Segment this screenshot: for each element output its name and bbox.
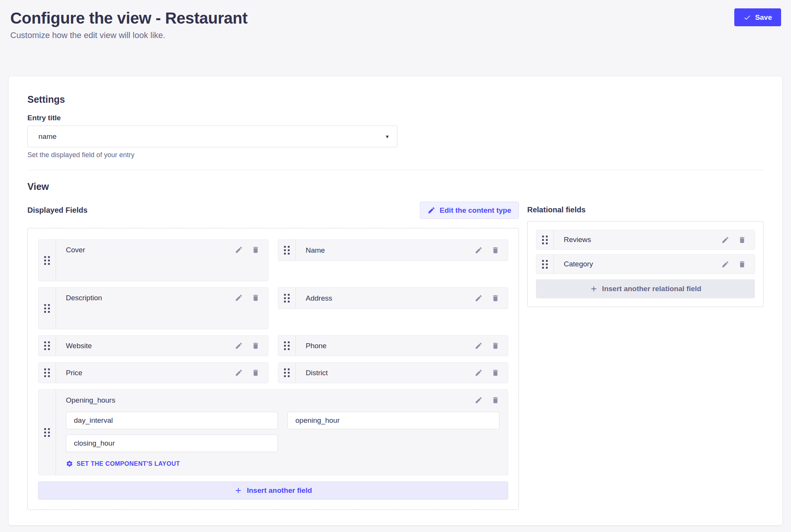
delete-icon[interactable]	[252, 246, 260, 254]
component-subfield[interactable]: closing_hour	[66, 435, 278, 452]
edit-icon[interactable]	[235, 342, 243, 350]
edit-icon[interactable]	[475, 342, 483, 350]
edit-content-type-button[interactable]: Edit the content type	[420, 202, 519, 219]
entry-title-label: Entry title	[27, 113, 764, 123]
field-row[interactable]: Price	[38, 362, 268, 383]
relational-fields-container: Reviews	[527, 221, 764, 307]
delete-icon[interactable]	[252, 342, 260, 350]
relational-field-row[interactable]: Reviews	[536, 230, 755, 250]
configure-view-card: Settings Entry title name ▾ Set the disp…	[9, 76, 782, 525]
component-subfields: day_interval opening_hour closing_hour	[66, 412, 499, 452]
field-row[interactable]: Name	[278, 239, 508, 261]
relational-field-label: Category	[564, 260, 593, 268]
delete-icon[interactable]	[491, 396, 499, 404]
field-row[interactable]: Website	[38, 335, 268, 356]
edit-icon[interactable]	[475, 396, 483, 404]
component-label: Opening_hours	[66, 396, 115, 405]
field-label: Website	[66, 342, 92, 350]
field-label: Cover	[66, 246, 85, 254]
plus-icon	[590, 285, 598, 293]
drag-handle-icon[interactable]	[278, 240, 296, 261]
component-subfield-label: day_interval	[74, 416, 113, 425]
gear-icon	[66, 460, 73, 467]
set-component-layout-label: SET THE COMPONENT'S LAYOUT	[77, 460, 180, 467]
field-row[interactable]: District	[278, 362, 508, 383]
field-label: Description	[66, 294, 102, 302]
field-label: District	[306, 369, 328, 377]
field-label: Address	[306, 294, 332, 303]
drag-handle-icon[interactable]	[278, 363, 296, 383]
section-divider	[27, 170, 764, 170]
drag-handle-icon[interactable]	[38, 390, 56, 475]
check-icon	[743, 14, 751, 21]
field-label: Phone	[306, 342, 327, 350]
insert-another-relational-field-button[interactable]: Insert another relational field	[536, 279, 755, 298]
entry-title-helper: Set the displayed field of your entry	[27, 151, 764, 159]
drag-handle-icon[interactable]	[38, 336, 56, 356]
delete-icon[interactable]	[738, 260, 746, 268]
edit-icon[interactable]	[721, 236, 729, 244]
insert-another-field-button[interactable]: Insert another field	[38, 481, 508, 500]
set-component-layout-link[interactable]: SET THE COMPONENT'S LAYOUT	[66, 460, 180, 467]
edit-icon[interactable]	[235, 369, 243, 377]
field-row[interactable]: Cover	[38, 239, 268, 281]
page-subtitle: Customize how the edit view will look li…	[10, 30, 247, 40]
field-label: Price	[66, 369, 82, 377]
edit-content-type-label: Edit the content type	[440, 206, 511, 215]
field-label: Name	[306, 246, 325, 255]
drag-handle-icon[interactable]	[536, 255, 554, 274]
component-subfield[interactable]: day_interval	[66, 412, 278, 429]
entry-title-value: name	[38, 132, 57, 141]
drag-handle-icon[interactable]	[278, 288, 296, 309]
save-button-label: Save	[755, 13, 772, 22]
page-header: Configure the view - Restaurant Customiz…	[0, 0, 791, 40]
edit-icon[interactable]	[235, 246, 243, 254]
field-row[interactable]: Description	[38, 287, 268, 329]
plus-icon	[234, 486, 242, 495]
page-title: Configure the view - Restaurant	[10, 8, 247, 28]
field-row[interactable]: Address	[278, 287, 508, 309]
edit-icon	[427, 206, 435, 214]
delete-icon[interactable]	[491, 342, 499, 350]
relational-field-label: Reviews	[564, 236, 591, 244]
drag-handle-icon[interactable]	[536, 230, 554, 249]
chevron-down-icon: ▾	[386, 133, 389, 140]
edit-icon[interactable]	[235, 294, 243, 302]
insert-another-relational-field-label: Insert another relational field	[602, 285, 702, 293]
displayed-fields-container: Cover	[27, 228, 519, 510]
drag-handle-icon[interactable]	[38, 288, 56, 329]
relational-fields-label: Relational fields	[527, 205, 585, 214]
delete-icon[interactable]	[491, 369, 499, 377]
save-button[interactable]: Save	[734, 8, 781, 26]
settings-heading: Settings	[27, 94, 764, 105]
insert-another-field-label: Insert another field	[247, 486, 312, 495]
field-row[interactable]: Phone	[278, 335, 508, 356]
delete-icon[interactable]	[738, 236, 746, 244]
delete-icon[interactable]	[252, 369, 260, 377]
drag-handle-icon[interactable]	[38, 363, 56, 383]
view-heading: View	[27, 181, 764, 192]
edit-icon[interactable]	[721, 260, 729, 268]
drag-handle-icon[interactable]	[38, 240, 56, 281]
entry-title-select[interactable]: name ▾	[27, 126, 397, 147]
edit-icon[interactable]	[475, 369, 483, 377]
edit-icon[interactable]	[475, 246, 483, 254]
displayed-fields-label: Displayed Fields	[27, 206, 88, 215]
component-subfield-label: closing_hour	[74, 439, 115, 448]
delete-icon[interactable]	[252, 294, 260, 302]
displayed-fields-grid: Cover	[38, 239, 508, 500]
component-subfield[interactable]: opening_hour	[287, 412, 499, 429]
relational-field-row[interactable]: Category	[536, 254, 755, 274]
edit-icon[interactable]	[475, 294, 483, 302]
delete-icon[interactable]	[491, 294, 499, 302]
component-row-opening-hours[interactable]: Opening_hours day_interval	[38, 389, 508, 475]
page-heading-block: Configure the view - Restaurant Customiz…	[10, 8, 247, 40]
delete-icon[interactable]	[491, 246, 499, 254]
component-subfield-label: opening_hour	[295, 416, 340, 425]
drag-handle-icon[interactable]	[278, 336, 296, 356]
